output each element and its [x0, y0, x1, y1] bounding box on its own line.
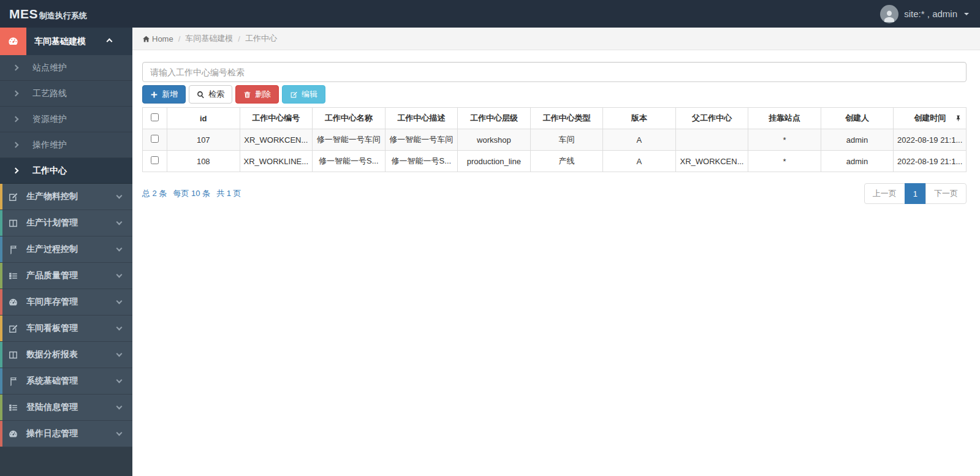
color-strip — [0, 342, 2, 368]
prev-page-button[interactable]: 上一页 — [864, 183, 905, 204]
pencil-square-icon — [0, 192, 26, 202]
column-header-created-label: 创建时间 — [914, 113, 946, 123]
color-strip — [0, 184, 2, 210]
sidebar-subitem-label: 站点维护 — [32, 62, 67, 74]
row-checkbox[interactable] — [151, 135, 159, 143]
color-strip — [0, 289, 2, 315]
chevron-down-icon — [116, 377, 123, 383]
search-icon — [197, 91, 205, 99]
next-page-button[interactable]: 下一页 — [925, 183, 967, 204]
cell-level: workshop — [458, 129, 531, 151]
column-header-code[interactable]: 工作中心编号 — [240, 108, 313, 129]
cell-desc: 修一智能一号车间 — [385, 129, 458, 151]
pagination-total[interactable]: 总 2 条 — [142, 188, 167, 199]
breadcrumb-home-link[interactable]: Home — [142, 34, 173, 43]
chevron-right-icon — [13, 142, 19, 148]
pin-icon[interactable] — [955, 115, 962, 122]
sidebar-item-label: 生产物料控制 — [26, 191, 117, 202]
sidebar-item-operation-maintenance[interactable]: 操作维护 — [0, 132, 132, 158]
table-row[interactable]: 108 XR_WORKLINE... 修一智能一号S... 修一智能一号S...… — [143, 151, 967, 172]
breadcrumb-level1[interactable]: 车间基础建模 — [185, 33, 233, 44]
delete-button[interactable]: 删除 — [235, 85, 279, 104]
pencil-square-icon — [0, 323, 26, 334]
user-menu[interactable]: site:* , admin — [880, 5, 980, 23]
cell-code: XR_WORKLINE... — [240, 151, 313, 172]
sidebar-item-workshop-basic-modeling[interactable]: 车间基础建模 — [0, 28, 132, 55]
list-icon — [0, 402, 26, 413]
column-header-created[interactable]: 创建时间 — [894, 108, 967, 129]
tachometer-icon — [0, 28, 26, 55]
tachometer-icon — [0, 429, 26, 439]
sidebar: 车间基础建模 站点维护 工艺路线 资源维护 操作维护 工作中心 生产物料控制 生… — [0, 28, 132, 476]
book-icon — [0, 244, 26, 255]
sidebar-subitem-label: 资源维护 — [32, 114, 67, 125]
sidebar-item-data-analysis-report[interactable]: 数据分析报表 — [0, 342, 132, 368]
table-row[interactable]: 107 XR_WORKCEN... 修一智能一号车间 修一智能一号车间 work… — [143, 129, 967, 151]
sidebar-item-product-quality-management[interactable]: 产品质量管理 — [0, 263, 132, 289]
chevron-down-icon — [116, 219, 123, 225]
column-header-version[interactable]: 版本 — [603, 108, 676, 129]
column-header-station[interactable]: 挂靠站点 — [748, 108, 821, 129]
chevron-right-icon — [13, 116, 19, 123]
cell-creator: admin — [821, 129, 894, 151]
sidebar-item-production-material-control[interactable]: 生产物料控制 — [0, 184, 132, 210]
sidebar-item-production-plan-management[interactable]: 生产计划管理 — [0, 210, 132, 236]
caret-down-icon — [964, 13, 969, 15]
pagination-per-page[interactable]: 每页 10 条 — [173, 188, 210, 199]
row-checkbox[interactable] — [151, 156, 159, 164]
cell-id: 108 — [167, 151, 240, 172]
chevron-right-icon — [13, 65, 19, 71]
list-icon — [0, 271, 26, 281]
search-input[interactable] — [142, 62, 967, 82]
top-bar: MES 制造执行系统 site:* , admin — [0, 0, 980, 28]
delete-button-label: 删除 — [255, 89, 271, 100]
sidebar-item-station-maintenance[interactable]: 站点维护 — [0, 55, 132, 81]
trash-icon — [243, 91, 251, 99]
work-center-table: id 工作中心编号 工作中心名称 工作中心描述 工作中心层级 工作中心类型 版本… — [142, 107, 967, 172]
row-select-cell — [143, 151, 167, 172]
sidebar-item-label: 生产计划管理 — [26, 217, 117, 229]
sidebar-item-login-info-management[interactable]: 登陆信息管理 — [0, 395, 132, 421]
select-all-checkbox[interactable] — [151, 113, 159, 121]
cell-parent — [675, 129, 748, 151]
cell-type: 车间 — [530, 129, 603, 151]
sidebar-item-process-route[interactable]: 工艺路线 — [0, 81, 132, 107]
add-button[interactable]: 新增 — [142, 85, 186, 104]
chevron-down-icon — [116, 246, 123, 252]
sidebar-item-workshop-inventory-management[interactable]: 车间库存管理 — [0, 289, 132, 315]
column-header-level[interactable]: 工作中心层级 — [458, 108, 531, 129]
sidebar-item-system-basic-management[interactable]: 系统基础管理 — [0, 368, 132, 395]
column-header-type[interactable]: 工作中心类型 — [530, 108, 603, 129]
toolbar: 新增 检索 删除 编辑 — [142, 85, 967, 104]
column-header-creator[interactable]: 创建人 — [821, 108, 894, 129]
breadcrumb-separator: / — [238, 34, 240, 43]
sidebar-item-operation-log-management[interactable]: 操作日志管理 — [0, 421, 132, 447]
sidebar-item-label: 系统基础管理 — [26, 376, 117, 387]
column-header-desc[interactable]: 工作中心描述 — [385, 108, 458, 129]
pagination-page-count[interactable]: 共 1 页 — [216, 188, 241, 199]
column-header-name[interactable]: 工作中心名称 — [313, 108, 386, 129]
sidebar-item-work-center[interactable]: 工作中心 — [0, 158, 132, 184]
chevron-right-icon — [13, 91, 19, 97]
cell-version: A — [603, 151, 676, 172]
logo-text-bold: MES — [9, 7, 38, 21]
column-header-parent[interactable]: 父工作中心 — [675, 108, 748, 129]
chevron-right-icon — [13, 168, 19, 174]
edit-button[interactable]: 编辑 — [282, 85, 325, 104]
column-header-id[interactable]: id — [167, 108, 240, 129]
sidebar-item-workshop-kanban-management[interactable]: 车间看板管理 — [0, 315, 132, 342]
color-strip — [0, 421, 2, 447]
cell-desc: 修一智能一号S... — [385, 151, 458, 172]
page-1-button[interactable]: 1 — [905, 183, 926, 204]
search-button[interactable]: 检索 — [189, 85, 232, 104]
main-content: Home / 车间基础建模 / 工作中心 新增 检索 删除 编辑 — [132, 28, 980, 476]
cell-type: 产线 — [530, 151, 603, 172]
sidebar-item-label: 产品质量管理 — [26, 270, 117, 281]
cell-name: 修一智能一号车间 — [313, 129, 386, 151]
edit-icon — [290, 91, 298, 99]
tachometer-icon — [0, 297, 26, 308]
sidebar-item-production-process-control[interactable]: 生产过程控制 — [0, 236, 132, 263]
user-avatar — [880, 5, 898, 23]
color-strip — [0, 236, 2, 262]
sidebar-item-resource-maintenance[interactable]: 资源维护 — [0, 107, 132, 132]
